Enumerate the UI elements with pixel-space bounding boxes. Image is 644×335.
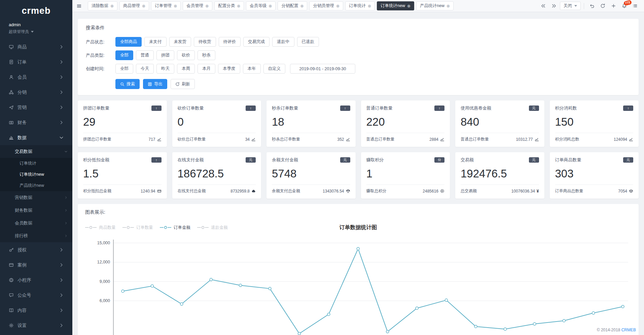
sidebar-item-order-stats[interactable]: 订单统计 <box>0 158 72 169</box>
legend-marker-icon <box>122 226 134 229</box>
sidebar-item-distribution[interactable]: 分销 <box>0 85 72 100</box>
date-range-input[interactable]: 2019-09-01 - 2019-09-30 <box>290 64 355 74</box>
yen-icon: ¥ <box>537 189 539 194</box>
tab[interactable]: 清除数据⊗ <box>88 1 117 10</box>
stat-card-title: 秒杀订单数量 <box>272 105 298 111</box>
close-tabs-dropdown[interactable]: 关闭 <box>560 2 581 10</box>
tab[interactable]: 会员等级⊗ <box>246 1 276 10</box>
tab-close-icon[interactable]: ⊗ <box>368 4 371 8</box>
tab[interactable]: 分销配置⊗ <box>278 1 307 10</box>
sidebar-item-data[interactable]: 数据 <box>0 130 72 145</box>
sidebar-item-member[interactable]: 会员 <box>0 70 72 85</box>
sidebar-item-settings[interactable]: 设置 <box>0 318 72 333</box>
sidebar-item-marketing[interactable]: 营销 <box>0 100 72 115</box>
filter-option-button[interactable]: 待评价 <box>219 37 241 47</box>
collapse-sidebar-button[interactable] <box>72 0 86 12</box>
tab[interactable]: 会员管理⊗ <box>183 1 212 10</box>
filter-option-button[interactable]: 秒杀 <box>198 50 215 60</box>
tab-close-icon[interactable]: ⊗ <box>269 4 272 8</box>
tab[interactable]: 配置分类⊗ <box>214 1 244 10</box>
sidebar-item-auth[interactable]: 授权 <box>0 242 72 257</box>
sidebar-item-goods[interactable]: 商品 <box>0 39 72 54</box>
sidebar-item-label: 公众号 <box>17 292 59 298</box>
legend-item[interactable]: 退款金额 <box>197 225 228 231</box>
tab[interactable]: 订单统计⊗ <box>345 1 375 10</box>
tabbar-actions: 关闭 772 <box>534 2 644 10</box>
filter-option-button[interactable]: 今天 <box>136 64 154 74</box>
tab-close-icon[interactable]: ⊗ <box>205 4 209 8</box>
legend-label: 订单数量 <box>136 225 153 231</box>
filter-option-button[interactable]: 昨天 <box>156 64 174 74</box>
brand-link[interactable]: CRMEB <box>621 328 636 332</box>
filter-option-button[interactable]: 全部商品 <box>115 37 142 47</box>
tab-close-icon[interactable]: ⊗ <box>407 4 410 8</box>
tab-close-icon[interactable]: ⊗ <box>336 4 339 8</box>
notifications-button[interactable]: 772 <box>619 2 629 10</box>
tab-close-icon[interactable]: ⊗ <box>174 4 177 8</box>
tab-close-icon[interactable]: ⊗ <box>110 4 114 8</box>
reload-button[interactable] <box>598 2 608 10</box>
line-chart-icon <box>629 137 633 141</box>
legend-item[interactable]: 商品数量 <box>85 225 116 231</box>
export-button[interactable]: 导出 <box>143 79 167 89</box>
stat-card-footer-label: 赚取总积分 <box>366 188 387 194</box>
search-button[interactable]: 搜索 <box>115 79 140 89</box>
search-panel: 搜索条件 产品状态:全部商品未支付未发货待收货待评价交易完成退款中已退款产品类型… <box>78 19 639 95</box>
tab[interactable]: 订单管理⊗ <box>151 1 181 10</box>
back-button[interactable] <box>587 2 597 10</box>
filter-option-button[interactable]: 拼团 <box>156 50 174 60</box>
tab-close-icon[interactable]: ⊗ <box>237 4 240 8</box>
sidebar-item-finance[interactable]: 财务 <box>0 115 72 130</box>
filter-option-button[interactable]: 本月 <box>198 64 215 74</box>
filter-option-button[interactable]: 本周 <box>177 64 195 74</box>
sidebar-item-trade-data[interactable]: 交易数据 <box>0 145 72 158</box>
filter-option-button[interactable]: 砍价 <box>177 50 195 60</box>
sidebar-item-finance-data[interactable]: 财务数据 <box>0 204 72 217</box>
filter-option-button[interactable]: 交易完成 <box>243 37 270 47</box>
filter-option-button[interactable]: 未支付 <box>144 37 167 47</box>
sidebar-item-official-account[interactable]: 公众号 <box>0 288 72 303</box>
tab-close-icon[interactable]: ⊗ <box>446 4 450 8</box>
tab[interactable]: 商品管理⊗ <box>119 1 149 10</box>
tabs-scroll-left-button[interactable] <box>538 2 548 10</box>
filter-option-button[interactable]: 未发货 <box>169 37 191 47</box>
filter-option-button[interactable]: 自定义 <box>263 64 286 74</box>
filter-option-button[interactable]: 已退款 <box>297 37 319 47</box>
tab[interactable]: 订单统计new⊗ <box>377 1 414 10</box>
sidebar-item-member-data[interactable]: 会员数据 <box>0 217 72 229</box>
filter-option-button[interactable]: 本季度 <box>218 64 240 74</box>
arrow-up-icon: ↑ <box>434 106 444 111</box>
divider <box>366 133 445 133</box>
sidebar-item-marketing-data[interactable]: 营销数据 <box>0 191 72 204</box>
sidebar-item-product-stats-new[interactable]: 产品统计new <box>0 180 72 191</box>
sidebar-item-content[interactable]: 内容 <box>0 303 72 318</box>
arrow-up-icon: ↑ <box>246 106 256 111</box>
filter-option-button[interactable]: 退款中 <box>272 37 294 47</box>
sidebar-item-order-stats-new[interactable]: 订单统计new <box>0 169 72 180</box>
filter-option-button[interactable]: 待收货 <box>194 37 216 47</box>
filter-option-button[interactable]: 普通 <box>136 50 154 60</box>
filter-option-button[interactable]: 本年 <box>243 64 261 74</box>
tab[interactable]: 分销员管理⊗ <box>309 1 343 10</box>
legend-item[interactable]: 订单金额 <box>160 225 190 231</box>
sidebar-item-ranking[interactable]: 排行榜 <box>0 229 72 242</box>
tab[interactable]: 产品统计new⊗ <box>416 1 454 10</box>
tab-close-icon[interactable]: ⊗ <box>300 4 303 8</box>
add-button[interactable] <box>609 2 618 10</box>
tab-close-icon[interactable]: ⊗ <box>142 4 145 8</box>
user-role-dropdown[interactable]: 超级管理员 <box>9 29 72 35</box>
order-statistics-chart[interactable]: 15,00012,0009,0006,000 <box>85 238 631 335</box>
case-icon <box>9 262 14 267</box>
sidebar-item-order[interactable]: 订单 <box>0 54 72 70</box>
logo[interactable]: crmeb <box>0 0 72 22</box>
sidebar-item-case[interactable]: 案例 <box>0 257 72 273</box>
legend-item[interactable]: 订单数量 <box>122 225 153 231</box>
tabs-scroll-right-button[interactable] <box>549 2 559 10</box>
stat-card-title: 余额支付金额 <box>272 157 298 163</box>
action-button-label: 刷新 <box>182 81 190 87</box>
refresh-button[interactable]: 刷新 <box>171 79 195 89</box>
filter-option-button[interactable]: 全部 <box>115 64 133 74</box>
sidebar-item-miniprogram[interactable]: 小程序 <box>0 273 72 288</box>
filter-option-button[interactable]: 全部 <box>115 50 133 60</box>
list-button[interactable] <box>630 2 640 10</box>
